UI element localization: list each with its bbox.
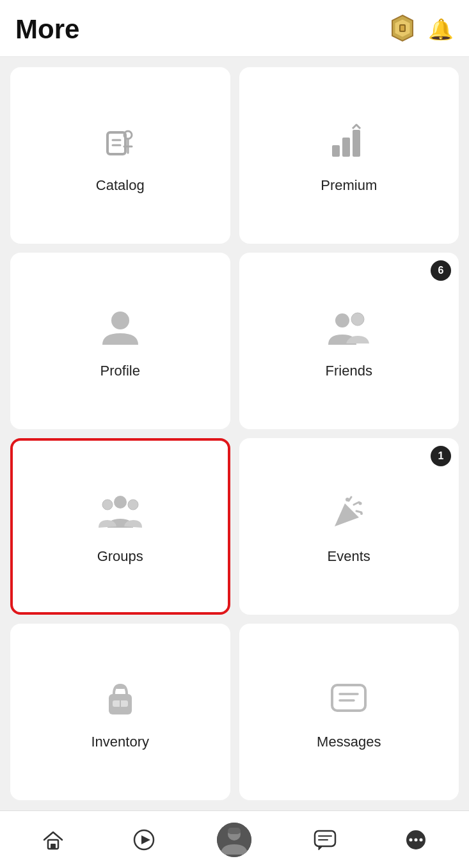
events-label: Events [328, 548, 370, 565]
page-title: More [15, 14, 79, 45]
nav-chat[interactable] [280, 828, 370, 851]
catalog-label: Catalog [96, 177, 145, 194]
friends-icon [326, 305, 372, 351]
nav-play[interactable] [99, 828, 189, 851]
messages-label: Messages [317, 734, 381, 750]
svg-rect-30 [332, 685, 365, 711]
profile-icon [97, 305, 143, 351]
catalog-tile[interactable]: Catalog [10, 67, 230, 244]
friends-tile[interactable]: 6 Friends [239, 253, 459, 429]
friends-label: Friends [326, 363, 372, 379]
svg-point-24 [359, 502, 362, 505]
svg-point-17 [102, 500, 113, 510]
messages-icon [326, 676, 372, 722]
inventory-label: Inventory [91, 734, 150, 750]
svg-marker-36 [141, 835, 150, 844]
home-icon [42, 828, 65, 851]
nav-home[interactable] [8, 828, 99, 851]
events-icon [326, 491, 372, 537]
svg-rect-39 [228, 828, 241, 834]
robux-icon[interactable] [387, 13, 418, 46]
bell-icon[interactable]: 🔔 [428, 17, 454, 42]
bottom-nav [0, 810, 469, 868]
svg-point-44 [409, 838, 413, 841]
svg-point-15 [351, 313, 364, 326]
svg-point-16 [114, 496, 127, 509]
header-icons: 🔔 [387, 13, 454, 46]
svg-rect-27 [115, 685, 125, 689]
avatar-icon [217, 823, 251, 857]
nav-more[interactable] [370, 828, 461, 851]
svg-rect-11 [342, 138, 350, 157]
svg-point-45 [415, 838, 418, 841]
friends-badge: 6 [431, 260, 451, 281]
svg-point-13 [111, 312, 129, 329]
groups-label: Groups [97, 548, 143, 565]
premium-label: Premium [321, 177, 377, 194]
svg-line-22 [356, 511, 362, 512]
messages-tile[interactable]: Messages [239, 624, 459, 800]
groups-tile[interactable]: Groups [10, 438, 230, 615]
svg-point-46 [420, 838, 423, 841]
profile-tile[interactable]: Profile [10, 253, 230, 429]
events-badge: 1 [431, 446, 451, 466]
svg-point-18 [128, 500, 138, 510]
inventory-tile[interactable]: Inventory [10, 624, 230, 800]
inventory-icon [97, 676, 143, 722]
svg-line-21 [354, 502, 359, 505]
chat-icon [314, 828, 337, 851]
svg-rect-34 [51, 844, 56, 849]
more-icon [404, 828, 427, 851]
svg-rect-4 [107, 132, 125, 154]
svg-rect-40 [315, 831, 335, 846]
svg-marker-19 [335, 503, 359, 526]
play-icon [132, 828, 155, 851]
svg-point-25 [360, 512, 363, 515]
svg-rect-12 [353, 130, 360, 157]
events-tile[interactable]: 1 Events [239, 438, 459, 615]
svg-point-14 [335, 313, 349, 327]
premium-icon [326, 120, 372, 166]
svg-point-23 [346, 498, 349, 501]
svg-rect-10 [332, 145, 340, 157]
main-grid: Catalog Premium Profile 6 [0, 57, 469, 810]
header: More 🔔 [0, 0, 469, 57]
groups-icon [97, 491, 143, 537]
nav-avatar[interactable] [189, 823, 280, 857]
catalog-icon [97, 120, 143, 166]
profile-label: Profile [100, 363, 140, 379]
svg-rect-3 [401, 26, 404, 31]
premium-tile[interactable]: Premium [239, 67, 459, 244]
